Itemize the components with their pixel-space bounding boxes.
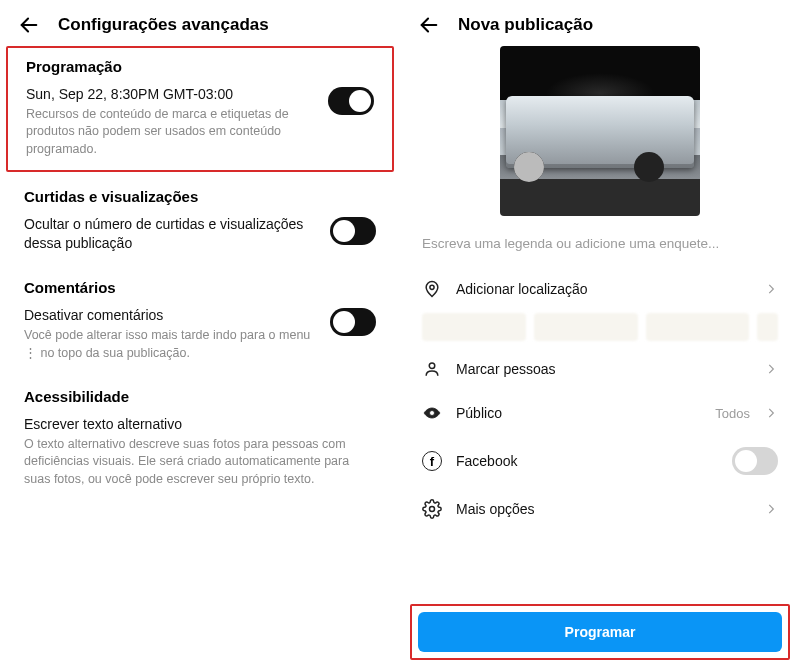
header: Configurações avançadas	[0, 0, 400, 46]
facebook-label: Facebook	[456, 453, 718, 469]
scheduling-highlight-box: Programação Sun, Sep 22, 8:30PM GMT-03:0…	[6, 46, 394, 172]
scheduling-row[interactable]: Sun, Sep 22, 8:30PM GMT-03:00 Recursos d…	[26, 81, 374, 160]
comments-heading: Comentários	[24, 279, 376, 296]
chevron-right-icon	[764, 502, 778, 516]
back-arrow-icon[interactable]	[18, 14, 40, 36]
svg-point-4	[430, 507, 435, 512]
person-icon	[422, 359, 442, 379]
disable-comments-toggle[interactable]	[330, 308, 376, 336]
accessibility-heading: Acessibilidade	[24, 388, 376, 405]
more-options-row[interactable]: Mais opções	[400, 487, 800, 531]
alt-text-desc: O texto alternativo descreve suas fotos …	[24, 436, 376, 489]
header: Nova publicação	[400, 0, 800, 46]
chevron-right-icon	[764, 362, 778, 376]
eye-icon	[422, 403, 442, 423]
back-arrow-icon[interactable]	[418, 14, 440, 36]
alt-text-row[interactable]: Escrever texto alternativo O texto alter…	[24, 411, 376, 490]
location-suggestions-row	[422, 313, 778, 341]
location-pin-icon	[422, 279, 442, 299]
likes-section: Curtidas e visualizações Ocultar o númer…	[0, 172, 400, 263]
scheduling-datetime: Sun, Sep 22, 8:30PM GMT-03:00	[26, 85, 318, 104]
hide-likes-label: Ocultar o número de curtidas e visualiza…	[24, 215, 320, 253]
new-post-screen: Nova publicação Escreva uma legenda ou a…	[400, 0, 800, 666]
page-title: Configurações avançadas	[58, 15, 269, 35]
disable-comments-label: Desativar comentários	[24, 306, 320, 325]
more-options-label: Mais opções	[456, 501, 750, 517]
post-thumbnail[interactable]	[500, 46, 700, 216]
hide-likes-row[interactable]: Ocultar o número de curtidas e visualiza…	[24, 211, 376, 255]
add-location-row[interactable]: Adicionar localização	[400, 267, 800, 311]
facebook-toggle[interactable]	[732, 447, 778, 475]
scheduling-toggle[interactable]	[328, 87, 374, 115]
disable-comments-row[interactable]: Desativar comentários Você pode alterar …	[24, 302, 376, 364]
tag-people-label: Marcar pessoas	[456, 361, 750, 377]
audience-value: Todos	[715, 406, 750, 421]
svg-point-2	[430, 285, 434, 289]
schedule-button[interactable]: Programar	[418, 612, 782, 652]
facebook-icon: f	[422, 451, 442, 471]
scheduling-desc: Recursos de conteúdo de marca e etiqueta…	[26, 106, 318, 159]
alt-text-label: Escrever texto alternativo	[24, 415, 376, 434]
page-title: Nova publicação	[458, 15, 593, 35]
audience-row[interactable]: Público Todos	[400, 391, 800, 435]
hide-likes-toggle[interactable]	[330, 217, 376, 245]
gear-icon	[422, 499, 442, 519]
chevron-right-icon	[764, 406, 778, 420]
cta-highlight-box: Programar	[410, 604, 790, 660]
disable-comments-desc: Você pode alterar isso mais tarde indo p…	[24, 327, 320, 362]
chevron-right-icon	[764, 282, 778, 296]
tag-people-row[interactable]: Marcar pessoas	[400, 347, 800, 391]
audience-label: Público	[456, 405, 701, 421]
advanced-settings-screen: Configurações avançadas Programação Sun,…	[0, 0, 400, 666]
comments-section: Comentários Desativar comentários Você p…	[0, 263, 400, 372]
scheduling-heading: Programação	[26, 58, 374, 75]
add-location-label: Adicionar localização	[456, 281, 750, 297]
accessibility-section: Acessibilidade Escrever texto alternativ…	[0, 372, 400, 498]
facebook-row[interactable]: f Facebook	[400, 435, 800, 487]
svg-point-3	[429, 363, 435, 369]
caption-input[interactable]: Escreva uma legenda ou adicione uma enqu…	[400, 226, 800, 267]
likes-heading: Curtidas e visualizações	[24, 188, 376, 205]
